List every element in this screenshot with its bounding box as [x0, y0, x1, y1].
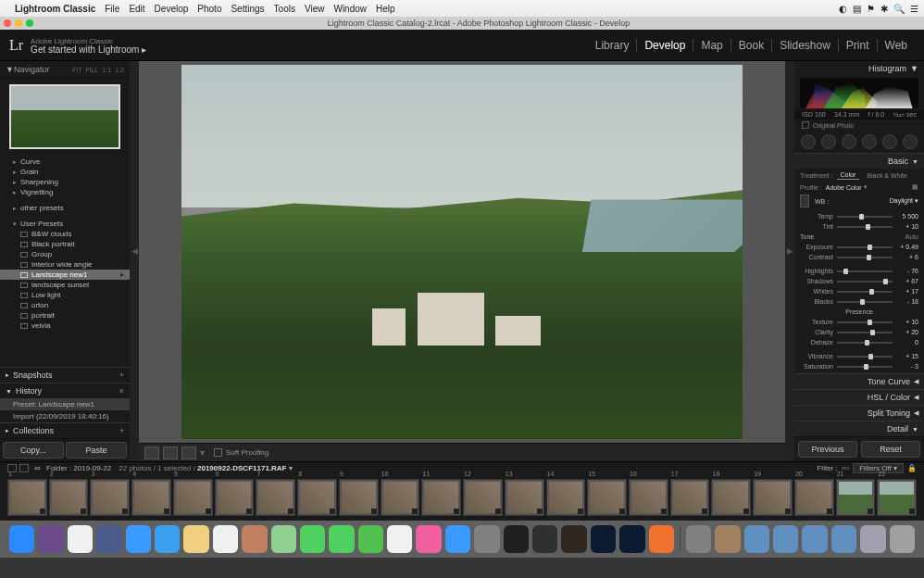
original-photo-row[interactable]: Original Photo [794, 119, 924, 131]
filmstrip-thumb[interactable]: 7 [256, 479, 295, 516]
spot-tool-icon[interactable] [821, 134, 836, 149]
menu-photo[interactable]: Photo [197, 4, 221, 14]
zoom-fit[interactable]: FIT [72, 67, 82, 73]
slider-dehaze[interactable]: Dehaze0 [800, 337, 918, 347]
preset-landscape-new1[interactable]: Landscape new1▸ [0, 270, 130, 280]
dock-maps[interactable] [271, 525, 296, 553]
dock-firefox[interactable] [649, 525, 674, 553]
menu-view[interactable]: View [305, 4, 325, 14]
slider-tint[interactable]: Tint+ 10 [800, 221, 918, 232]
tone-curve-header[interactable]: Tone Curve◀ [794, 373, 924, 389]
dock-folder3[interactable] [802, 525, 827, 553]
dock-mail[interactable] [155, 525, 180, 553]
profile-browser-icon[interactable]: ▦ [912, 183, 918, 191]
filmstrip-thumb[interactable]: 13 [505, 479, 544, 516]
dock-folder2[interactable] [773, 525, 798, 553]
dock-stack[interactable] [860, 525, 885, 553]
traffic-lights[interactable] [4, 19, 33, 27]
filmstrip-thumb[interactable]: 18 [711, 479, 751, 516]
left-collapse[interactable]: ◀ [130, 61, 139, 461]
wb-dropper-icon[interactable] [800, 195, 809, 207]
user-presets[interactable]: ▾User Presets [0, 219, 130, 229]
slider-exposure[interactable]: Exposure+ 0.49 [800, 242, 918, 252]
dock-itunes[interactable] [416, 525, 441, 553]
dock-safari[interactable] [126, 525, 151, 553]
auto-button[interactable]: Auto [905, 233, 918, 240]
filmstrip-thumb[interactable]: 5 [173, 479, 213, 516]
navigator-header[interactable]: ▼ Navigator FIT FILL 1:1 1:2 [0, 61, 130, 79]
slider-clarity[interactable]: Clarity+ 20 [800, 327, 918, 337]
dock-photos[interactable] [387, 525, 412, 553]
filmstrip-thumb[interactable]: 22 [877, 479, 917, 516]
filmstrip-thumb[interactable]: 16 [629, 479, 668, 516]
dock-folder4[interactable] [831, 525, 856, 553]
slider-highlights[interactable]: Highlights- 76 [800, 266, 918, 276]
zoom-1-1[interactable]: 1:1 [103, 67, 112, 73]
preset-group[interactable]: Group [0, 249, 130, 259]
menu-help[interactable]: Help [376, 4, 395, 14]
snapshots-section[interactable]: ▸Snapshots+ [0, 367, 130, 383]
main-photo[interactable] [181, 65, 743, 439]
filmstrip-thumb[interactable]: 21 [836, 479, 876, 516]
menu-develop[interactable]: Develop [155, 4, 189, 14]
preset-bw-clouds[interactable]: B&W clouds [0, 229, 130, 239]
copy-button[interactable]: Copy... [3, 442, 64, 459]
filmstrip-thumb[interactable]: 19 [753, 479, 793, 516]
slider-shadows[interactable]: Shadows+ 67 [800, 276, 918, 286]
preset-landscape-sunset[interactable]: landscape sunset [0, 280, 130, 290]
detail-header[interactable]: Detail▼ [794, 421, 924, 436]
menu-tools[interactable]: Tools [274, 4, 295, 14]
filmstrip-thumb[interactable]: 9 [339, 479, 379, 516]
menu-edit[interactable]: Edit [129, 4, 144, 14]
tab-web[interactable]: Web [878, 39, 915, 52]
dock-notes[interactable] [183, 525, 208, 553]
histogram-header[interactable]: Histogram▼ [794, 61, 924, 76]
dock-calendar[interactable] [213, 525, 238, 553]
tab-library[interactable]: Library [588, 39, 638, 52]
paste-button[interactable]: Paste [66, 442, 127, 459]
filmstrip-thumb[interactable]: 17 [670, 479, 710, 516]
close-icon[interactable] [4, 19, 11, 27]
dock-wechat[interactable] [358, 525, 383, 553]
slider-saturation[interactable]: Saturation- 3 [800, 361, 918, 371]
preset-vignetting[interactable]: ▸Vignetting [0, 187, 130, 197]
zoom-ratio[interactable]: 1:2 [115, 67, 124, 73]
filmstrip-thumb[interactable]: 20 [794, 479, 834, 516]
minimize-icon[interactable] [15, 19, 22, 27]
tab-slideshow[interactable]: Slideshow [772, 39, 839, 52]
preset-velvia[interactable]: velvia [0, 320, 130, 331]
previous-button[interactable]: Previous [798, 441, 857, 458]
dock-facetime[interactable] [329, 525, 354, 553]
filmstrip-thumb[interactable]: 2 [49, 479, 89, 516]
filter-lock-icon[interactable]: 🔒 [907, 464, 917, 472]
slider-texture[interactable]: Texture+ 10 [800, 317, 918, 327]
basic-header[interactable]: Basic▼ [794, 153, 924, 169]
preset-interior-wide[interactable]: Interior wide angle [0, 259, 130, 270]
dock-appstore[interactable] [445, 525, 470, 553]
slider-vibrance[interactable]: Vibrance+ 15 [800, 351, 918, 361]
navigator-thumbnail[interactable] [9, 84, 120, 149]
slider-contrast[interactable]: Contrast+ 6 [800, 252, 918, 262]
preset-black-portrait[interactable]: Black portrait [0, 239, 130, 249]
gradient-tool-icon[interactable] [862, 134, 877, 149]
before-after-lr-button[interactable] [163, 446, 178, 459]
dock-firefox-dev[interactable] [96, 525, 121, 553]
menu-window[interactable]: Window [333, 4, 367, 14]
filmstrip-thumb[interactable]: 3 [90, 479, 130, 516]
tab-map[interactable]: Map [693, 39, 730, 52]
menu-settings[interactable]: Settings [231, 4, 264, 14]
before-after-tb-button[interactable] [181, 446, 196, 459]
zoom-fill[interactable]: FILL [86, 67, 99, 73]
dock-chrome[interactable] [68, 525, 93, 553]
histogram[interactable] [800, 78, 918, 108]
history-section[interactable]: ▼History× [0, 383, 130, 398]
dock-box[interactable] [715, 525, 740, 553]
tab-book[interactable]: Book [731, 39, 772, 52]
preset-low-light[interactable]: Low light [0, 290, 130, 300]
filmstrip-thumb[interactable]: 14 [546, 479, 586, 516]
menu-file[interactable]: File [105, 4, 119, 14]
right-collapse[interactable]: ▶ [785, 61, 794, 461]
wb-select[interactable]: Daylight ▾ [890, 197, 918, 205]
dock-photoshop[interactable] [619, 525, 644, 553]
dock-folder1[interactable] [744, 525, 769, 553]
